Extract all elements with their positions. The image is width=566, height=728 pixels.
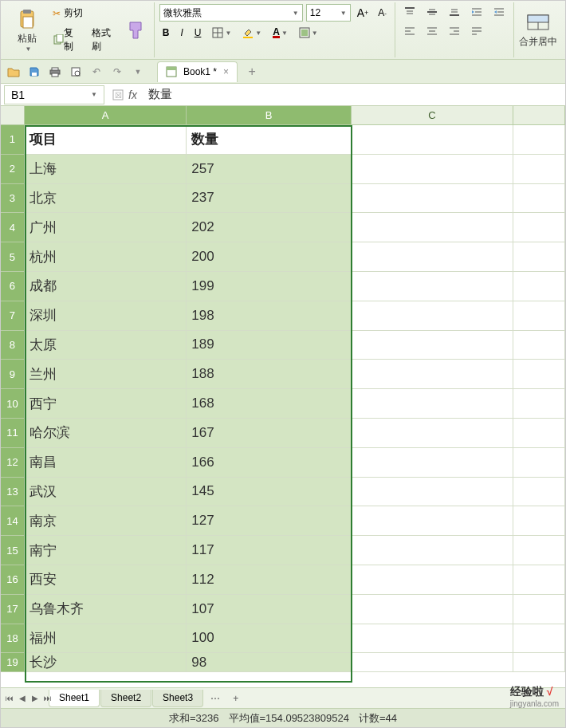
cell[interactable] (513, 184, 565, 214)
cell[interactable]: 项目 (25, 125, 187, 155)
cell[interactable] (513, 653, 565, 672)
column-header[interactable]: C (352, 106, 513, 124)
italic-button[interactable]: I (177, 26, 186, 40)
format-painter-button[interactable]: 格式刷 (88, 25, 123, 55)
chevron-down-icon[interactable]: ▼ (130, 64, 146, 80)
cell[interactable]: 168 (187, 389, 351, 419)
row-header[interactable]: 9 (1, 360, 25, 389)
cell[interactable]: 南京 (25, 506, 187, 536)
cell[interactable]: 198 (187, 301, 351, 331)
align-top-button[interactable] (400, 5, 419, 19)
cell[interactable] (513, 536, 565, 565)
row-header[interactable]: 5 (1, 242, 25, 272)
cell[interactable] (352, 213, 513, 242)
cell[interactable]: 189 (187, 331, 351, 360)
row-header[interactable]: 19 (1, 653, 25, 672)
document-tab[interactable]: Book1 * × (157, 61, 238, 82)
cell[interactable] (352, 389, 513, 419)
cell[interactable] (352, 272, 513, 301)
cell[interactable] (352, 536, 513, 565)
row-header[interactable]: 8 (1, 331, 25, 360)
row-header[interactable]: 3 (1, 184, 25, 214)
column-header[interactable]: A (25, 106, 187, 124)
cell[interactable]: 武汉 (25, 478, 187, 507)
cell[interactable] (513, 213, 565, 242)
cell[interactable]: 98 (187, 653, 351, 672)
row-header[interactable]: 2 (1, 155, 25, 184)
cell[interactable]: 188 (187, 360, 351, 389)
cell[interactable]: 145 (187, 478, 351, 507)
cell[interactable]: 成都 (25, 272, 187, 301)
print-icon[interactable] (47, 64, 63, 80)
align-right-button[interactable] (445, 24, 464, 38)
cell[interactable]: 127 (187, 506, 351, 536)
cell[interactable] (352, 624, 513, 654)
cell[interactable]: 太原 (25, 331, 187, 360)
cell[interactable] (352, 331, 513, 360)
cell[interactable]: 西安 (25, 565, 187, 595)
open-icon[interactable] (6, 64, 22, 80)
cell[interactable] (513, 478, 565, 507)
cell[interactable]: 兰州 (25, 360, 187, 389)
cell[interactable]: 上海 (25, 155, 187, 184)
cell[interactable] (513, 565, 565, 595)
cell[interactable] (352, 478, 513, 507)
cell[interactable] (513, 155, 565, 184)
cell[interactable] (513, 419, 565, 448)
last-sheet-icon[interactable]: ⏭ (42, 691, 53, 705)
cell[interactable] (352, 419, 513, 448)
row-header[interactable]: 14 (1, 506, 25, 536)
cell[interactable] (513, 595, 565, 624)
cell[interactable] (352, 155, 513, 184)
row-header[interactable]: 7 (1, 301, 25, 331)
row-header[interactable]: 1 (1, 125, 25, 155)
row-header[interactable]: 4 (1, 213, 25, 242)
save-icon[interactable] (26, 64, 42, 80)
cell[interactable]: 202 (187, 213, 351, 242)
first-sheet-icon[interactable]: ⏮ (4, 691, 15, 705)
cell[interactable] (352, 448, 513, 478)
cell[interactable]: 166 (187, 448, 351, 478)
cell[interactable] (513, 301, 565, 331)
borders-button[interactable]: ▼ (209, 26, 234, 40)
cell[interactable] (352, 653, 513, 672)
cell[interactable] (352, 242, 513, 272)
new-tab-button[interactable]: + (242, 62, 261, 81)
close-icon[interactable]: × (223, 66, 229, 77)
sheet-tab[interactable]: Sheet3 (152, 690, 203, 707)
row-header[interactable]: 16 (1, 565, 25, 595)
cell[interactable]: 哈尔滨 (25, 419, 187, 448)
align-bottom-button[interactable] (445, 5, 464, 19)
row-header[interactable]: 15 (1, 536, 25, 565)
cell[interactable]: 长沙 (25, 653, 187, 672)
cell[interactable] (352, 506, 513, 536)
cancel-icon[interactable]: ☒ (112, 89, 124, 100)
row-header[interactable]: 6 (1, 272, 25, 301)
style-button[interactable]: ▼ (296, 26, 321, 40)
cell[interactable] (352, 184, 513, 214)
copy-button[interactable]: 复制 (49, 25, 85, 55)
cell[interactable]: 数量 (187, 125, 351, 155)
cell[interactable] (352, 565, 513, 595)
cell[interactable] (513, 448, 565, 478)
sheet-tab[interactable]: Sheet2 (100, 690, 151, 707)
cell[interactable]: 乌鲁木齐 (25, 595, 187, 624)
cut-button[interactable]: ✂ 剪切 (49, 4, 123, 23)
cell[interactable]: 107 (187, 595, 351, 624)
column-header[interactable] (513, 106, 565, 124)
cell[interactable]: 100 (187, 624, 351, 654)
cell[interactable] (352, 301, 513, 331)
cell[interactable] (513, 389, 565, 419)
cell[interactable]: 167 (187, 419, 351, 448)
sheet-tab[interactable]: Sheet1 (49, 690, 100, 707)
cell[interactable] (513, 506, 565, 536)
row-header[interactable]: 12 (1, 448, 25, 478)
cell[interactable] (513, 242, 565, 272)
row-header[interactable]: 13 (1, 478, 25, 507)
cell[interactable]: 北京 (25, 184, 187, 214)
undo-icon[interactable]: ↶ (88, 64, 104, 80)
increase-indent-button[interactable] (467, 5, 486, 19)
print-preview-icon[interactable] (68, 64, 84, 80)
redo-icon[interactable]: ↷ (109, 64, 125, 80)
next-sheet-icon[interactable]: ▶ (29, 691, 41, 705)
